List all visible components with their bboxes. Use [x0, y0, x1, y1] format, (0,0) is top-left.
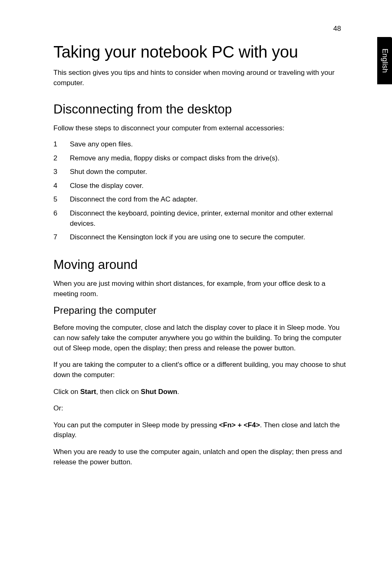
- step-number: 2: [53, 153, 70, 164]
- step-number: 1: [53, 139, 70, 150]
- list-item: 3Shut down the computer.: [53, 167, 347, 177]
- body-paragraph: If you are taking the computer to a clie…: [53, 360, 347, 380]
- step-number: 6: [53, 209, 70, 229]
- list-item: 4Close the display cover.: [53, 181, 347, 191]
- list-item: 5Disconnect the cord from the AC adapter…: [53, 195, 347, 205]
- step-text: Disconnect the keyboard, pointing device…: [70, 209, 347, 229]
- bold-keycombo: <Fn> + <F4>: [219, 421, 260, 429]
- list-item: 1Save any open files.: [53, 139, 347, 150]
- step-text: Shut down the computer.: [70, 167, 347, 177]
- page-number: 48: [53, 25, 347, 33]
- bold-shutdown: Shut Down: [141, 388, 178, 396]
- step-text: Close the display cover.: [70, 181, 347, 191]
- body-paragraph: When you are ready to use the computer a…: [53, 447, 347, 467]
- intro-paragraph: This section gives you tips and hints to…: [53, 68, 347, 88]
- step-text: Remove any media, floppy disks or compac…: [70, 153, 347, 164]
- steps-list: 1Save any open files. 2Remove any media,…: [53, 139, 347, 243]
- page-title: Taking your notebook PC with you: [53, 43, 347, 61]
- section-heading-moving: Moving around: [53, 257, 347, 272]
- subsection-heading-preparing: Preparing the computer: [53, 305, 347, 316]
- step-text: Save any open files.: [70, 139, 347, 150]
- list-item: 6Disconnect the keyboard, pointing devic…: [53, 209, 347, 229]
- section1-intro: Follow these steps to disconnect your co…: [53, 123, 347, 134]
- text-fragment: , then click on: [96, 388, 141, 396]
- step-number: 3: [53, 167, 70, 177]
- step-number: 4: [53, 181, 70, 191]
- list-item: 2Remove any media, floppy disks or compa…: [53, 153, 347, 164]
- page-content: 48 Taking your notebook PC with you This…: [0, 0, 392, 498]
- body-paragraph: Or:: [53, 403, 347, 414]
- step-text: Disconnect the Kensington lock if you ar…: [70, 232, 347, 243]
- body-paragraph: You can put the computer in Sleep mode b…: [53, 420, 347, 440]
- side-language-tab: English: [377, 37, 392, 84]
- step-text: Disconnect the cord from the AC adapter.: [70, 195, 347, 205]
- body-paragraph: Before moving the computer, close and la…: [53, 323, 347, 353]
- text-fragment: .: [177, 388, 179, 396]
- step-number: 7: [53, 232, 70, 243]
- section-heading-disconnecting: Disconnecting from the desktop: [53, 102, 347, 117]
- body-paragraph: Click on Start, then click on Shut Down.: [53, 387, 347, 397]
- list-item: 7Disconnect the Kensington lock if you a…: [53, 232, 347, 243]
- text-fragment: You can put the computer in Sleep mode b…: [53, 421, 219, 429]
- text-fragment: Click on: [53, 388, 80, 396]
- step-number: 5: [53, 195, 70, 205]
- section2-intro: When you are just moving within short di…: [53, 279, 347, 299]
- bold-start: Start: [80, 388, 96, 396]
